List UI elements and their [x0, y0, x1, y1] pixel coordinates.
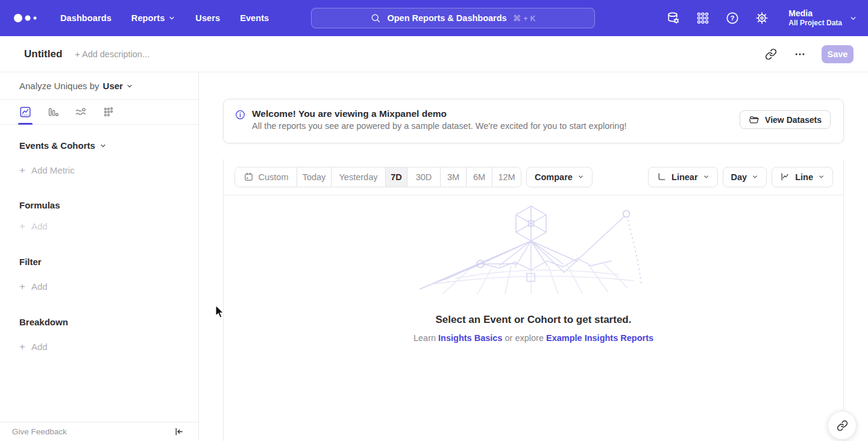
svg-text:?: ?: [731, 14, 735, 22]
range-custom[interactable]: Custom: [235, 167, 297, 187]
add-filter-button[interactable]: + Add: [0, 281, 198, 292]
range-30d[interactable]: 30D: [407, 167, 440, 187]
analyze-uniques-label: Analyze Uniques by: [19, 81, 99, 91]
info-icon: [234, 109, 246, 120]
add-formula-button[interactable]: + Add: [0, 221, 198, 231]
date-range-selector: Custom Today Yesterday 7D 30D 3M 6M 12M: [234, 167, 521, 187]
collapse-sidebar-icon[interactable]: [172, 425, 185, 439]
help-icon[interactable]: ?: [725, 10, 740, 26]
report-title[interactable]: Untitled: [24, 48, 62, 60]
share-link-button[interactable]: [828, 411, 857, 440]
breakdown-header: Breakdown: [0, 317, 198, 327]
chevron-down-icon: [849, 14, 857, 22]
global-search[interactable]: Open Reports & Dashboards ⌘ + K: [311, 8, 595, 28]
banner-subtitle: All the reports you see are powered by a…: [252, 121, 627, 131]
tab-flows[interactable]: [74, 105, 88, 119]
chart-type-tabs: [0, 100, 198, 125]
active-tab-indicator: [18, 123, 33, 125]
report-header: Untitled + Add description... Save: [0, 36, 868, 72]
tab-bar-chart[interactable]: [46, 105, 60, 119]
compare-dropdown[interactable]: Compare: [526, 167, 593, 187]
settings-gear-icon[interactable]: [754, 10, 770, 26]
report-canvas: Welcome! You are viewing a Mixpanel demo…: [199, 72, 868, 441]
apps-grid-icon[interactable]: [695, 10, 711, 26]
report-panel: Custom Today Yesterday 7D 30D 3M 6M 12M …: [223, 159, 844, 441]
analyze-by-dropdown[interactable]: User: [103, 81, 133, 91]
save-button[interactable]: Save: [822, 45, 854, 63]
insights-basics-link[interactable]: Insights Basics: [438, 333, 502, 343]
empty-state: Select an Event or Cohort to get started…: [224, 195, 843, 440]
chevron-down-icon: [703, 174, 709, 180]
folder-icon: [749, 114, 760, 125]
empty-state-title: Select an Event or Cohort to get started…: [224, 314, 843, 326]
range-12m[interactable]: 12M: [492, 167, 521, 187]
nav-right: ? Media All Project Data: [665, 0, 857, 36]
nav-users[interactable]: Users: [195, 13, 220, 23]
mixpanel-logo[interactable]: [13, 13, 41, 23]
primary-nav: Dashboards Reports Users Events: [60, 13, 269, 23]
tab-insights-line[interactable]: [18, 105, 33, 119]
plus-icon: +: [19, 165, 25, 175]
range-3m[interactable]: 3M: [440, 167, 466, 187]
controls-bar: Custom Today Yesterday 7D 30D 3M 6M 12M …: [224, 159, 843, 195]
range-today[interactable]: Today: [297, 167, 331, 187]
add-description-field[interactable]: + Add description...: [75, 49, 149, 59]
search-placeholder: Open Reports & Dashboards: [387, 13, 506, 23]
nav-dashboards[interactable]: Dashboards: [60, 13, 112, 23]
chevron-down-icon: [168, 14, 175, 22]
add-metric-button[interactable]: + Add Metric: [0, 165, 198, 175]
empty-state-illustration: [420, 204, 649, 297]
nav-events[interactable]: Events: [240, 13, 269, 23]
formulas-header: Formulas: [0, 200, 198, 210]
line-chart-icon: [780, 172, 790, 182]
chart-type-dropdown[interactable]: Line: [772, 167, 833, 187]
filter-header: Filter: [0, 257, 198, 267]
nav-reports[interactable]: Reports: [131, 13, 176, 23]
add-breakdown-button[interactable]: + Add: [0, 342, 198, 352]
project-scope: All Project Data: [788, 19, 842, 28]
range-6m[interactable]: 6M: [466, 167, 492, 187]
chevron-down-icon: [126, 83, 133, 90]
chevron-down-icon: [818, 174, 825, 180]
interval-dropdown[interactable]: Day: [723, 167, 767, 187]
more-options-icon[interactable]: [793, 47, 807, 61]
banner-title: Welcome! You are viewing a Mixpanel demo: [252, 108, 627, 119]
project-switcher[interactable]: Media All Project Data: [788, 8, 857, 28]
copy-link-icon[interactable]: [764, 47, 778, 61]
example-reports-link[interactable]: Example Insights Reports: [546, 333, 653, 343]
plus-icon: +: [19, 221, 25, 231]
plus-icon: +: [19, 342, 25, 352]
chevron-down-icon: [577, 174, 584, 180]
chevron-down-icon: [752, 174, 758, 180]
data-management-icon[interactable]: [665, 10, 681, 26]
search-shortcut: ⌘ + K: [513, 13, 536, 23]
scale-dropdown[interactable]: Linear: [648, 167, 718, 187]
top-nav: Dashboards Reports Users Events Open Rep…: [0, 0, 868, 36]
query-builder-sidebar: Analyze Uniques by User: [0, 72, 199, 441]
tab-grid-metrics[interactable]: [101, 105, 116, 119]
flows-icon: [74, 105, 87, 119]
range-7d[interactable]: 7D: [385, 167, 407, 187]
bar-chart-icon: [46, 105, 60, 119]
search-icon: [370, 13, 381, 23]
welcome-banner: Welcome! You are viewing a Mixpanel demo…: [223, 99, 844, 143]
view-datasets-button[interactable]: View Datasets: [740, 110, 831, 129]
link-icon: [837, 420, 848, 431]
plus-icon: +: [19, 281, 25, 292]
events-cohorts-header[interactable]: Events & Cohorts: [0, 140, 198, 151]
chevron-down-icon: [99, 142, 107, 149]
grid-dots-icon: [102, 105, 115, 119]
calendar-icon: [244, 172, 254, 182]
project-name: Media: [788, 8, 842, 19]
give-feedback-link[interactable]: Give Feedback: [12, 427, 67, 436]
empty-state-links: Learn Insights Basics or explore Example…: [224, 333, 843, 343]
line-chart-icon: [19, 105, 32, 119]
range-yesterday[interactable]: Yesterday: [331, 167, 385, 187]
linear-axis-icon: [656, 172, 667, 182]
